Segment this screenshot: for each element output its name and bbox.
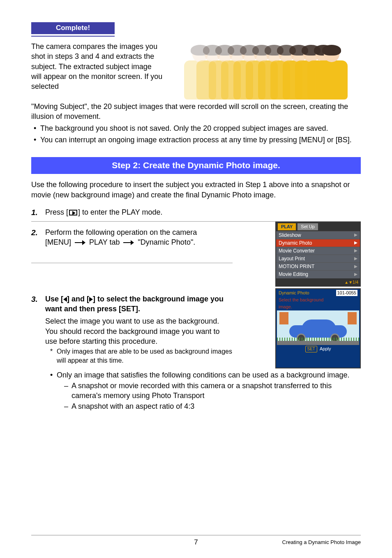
step2-l2c: "Dynamic Photo". (138, 238, 195, 246)
bgshot-apply-label: Apply (320, 346, 331, 352)
bullet-interrupt: You can interrupt an ongoing image extra… (33, 135, 361, 145)
bgshot-msg1: Select the background (276, 297, 360, 304)
step-number-1: 1. (31, 207, 41, 218)
step3-dash-1: A snapshot or movie recorded with this c… (64, 381, 361, 401)
chevron-right-icon (354, 273, 357, 276)
bgshot-msg2: image. (276, 304, 360, 311)
step-2-text: Perform the following operation on the c… (45, 227, 233, 248)
s3a: Use [ (45, 295, 63, 303)
s3b: ] and [ (67, 295, 89, 303)
complete-label: Complete! (31, 22, 115, 34)
step2-l2b: PLAY tab (89, 238, 122, 246)
chevron-right-icon (354, 241, 357, 245)
camera-menu-screenshot: PLAY Set Up Slideshow Dynamic Photo Movi… (275, 222, 361, 287)
step3-ib1-text: Only an image that satisfies the followi… (57, 371, 349, 379)
chevron-right-icon (354, 234, 357, 237)
chevron-right-icon (354, 249, 357, 252)
complete-underline (31, 36, 115, 37)
page-footer: 7 Creating a Dynamic Photo Image (31, 535, 361, 547)
chevron-right-icon (354, 257, 357, 260)
background-select-screenshot: Dynamic Photo 101-0055 Select the backgr… (275, 288, 361, 368)
step3-inner-bullet: Only an image that satisfies the followi… (49, 370, 361, 412)
bullet-bg-not-saved: The background you shoot is not saved. O… (33, 123, 361, 133)
bgshot-set-label: SET (305, 346, 317, 352)
bgshot-title: Dynamic Photo (279, 290, 309, 296)
step1-post: ] to enter the PLAY mode. (78, 208, 162, 216)
step1-pre: Press [ (45, 208, 68, 216)
menu-tab-setup: Set Up (297, 223, 318, 230)
step2-intro: Use the following procedure to insert th… (31, 180, 361, 200)
step-number-2: 2. (31, 227, 41, 248)
menu-item-movie-converter: Movie Converter (276, 247, 360, 255)
menu-item-motion-print: MOTION PRINT (276, 262, 360, 270)
step2-header: Step 2: Create the Dynamic Photo image. (31, 157, 361, 174)
step3-dash-2: A snapshot with an aspect ratio of 4:3 (64, 401, 361, 411)
menu-page-indicator: ▲▼1/4 (344, 280, 358, 285)
step3-star-note: Only images that are able to be used as … (45, 347, 233, 365)
menu-item-movie-editing: Movie Editing (276, 270, 360, 278)
step-number-3: 3. (31, 294, 41, 365)
bgshot-image (277, 310, 359, 345)
play-icon (69, 210, 77, 215)
step3-sub1: Select the image you want to use as the … (45, 316, 233, 326)
arrow-right-icon (75, 241, 85, 245)
triangle-left-icon (63, 297, 67, 302)
step3-sub2: You should record the background image y… (45, 326, 233, 347)
moving-subject-illustration (182, 42, 350, 103)
step2-line1: Perform the following operation on the c… (45, 227, 233, 237)
step2-l2a: [MENU] (45, 238, 73, 246)
chevron-right-icon (354, 265, 357, 268)
menu-item-dynamic-photo: Dynamic Photo (276, 239, 360, 247)
menu-item-slideshow: Slideshow (276, 231, 360, 239)
para-complete-a: The camera compares the images you shot … (31, 42, 163, 91)
step-1-text: Press [] to enter the PLAY mode. (45, 207, 361, 218)
para-complete-b: "Moving Subject", the 20 subject images … (31, 102, 361, 122)
menu-tab-play: PLAY (278, 223, 296, 230)
triangle-right-icon (89, 297, 93, 302)
step-3-bold: Use [] and [] to select the background i… (45, 294, 233, 314)
menu-item-layout-print: Layout Print (276, 255, 360, 262)
bgshot-filename: 101-0055 (336, 290, 358, 296)
footer-section: Creating a Dynamic Photo Image (282, 539, 361, 546)
arrow-right-icon (123, 241, 134, 245)
